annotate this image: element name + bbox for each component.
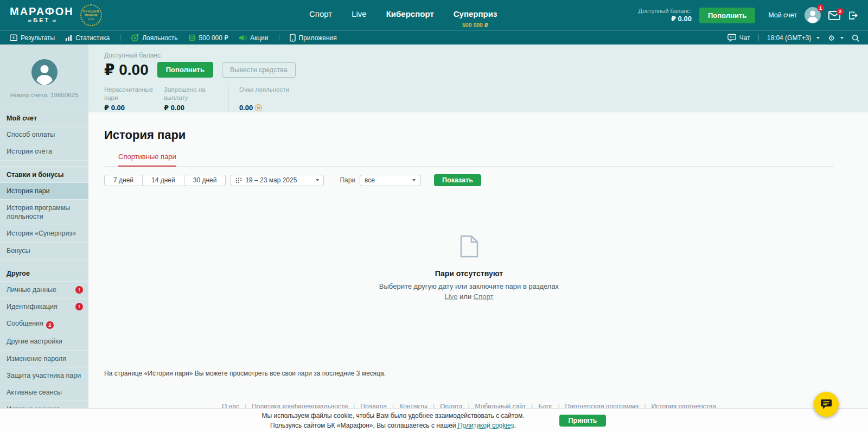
- sidebar-item-label: Изменение пароля: [7, 355, 66, 363]
- balance-panel: Доступный баланс ₽ 0.00 Пополнить Вывест…: [88, 45, 868, 112]
- stat-label: Нерассчитанные пари: [104, 86, 153, 102]
- sidebar-item[interactable]: Сообщения2: [0, 315, 88, 333]
- cookie-line1: Мы используем файлы cookie, чтобы Вам бы…: [262, 411, 525, 421]
- sidebar-item-label: Другие настройки: [7, 338, 62, 345]
- sidebar-item-label: Защита участника пари: [7, 372, 81, 379]
- settings-button[interactable]: ⚙: [828, 34, 844, 42]
- badge-year: 2024: [88, 17, 94, 21]
- caret-down-icon: [316, 179, 319, 181]
- timezone-selector[interactable]: 18:04 (GMT+3): [767, 34, 820, 42]
- cookie-banner: Мы используем файлы cookie, чтобы Вам бы…: [0, 408, 868, 432]
- gear-icon: ⚙: [828, 34, 835, 42]
- sidebar-item[interactable]: История «Суперприз»: [0, 225, 88, 242]
- sport-link[interactable]: Спорт: [474, 293, 494, 301]
- balance-stats: Нерассчитанные пари ₽ 0.00 Запрошено на …: [104, 86, 868, 113]
- period-button[interactable]: 14 дней: [143, 175, 184, 186]
- empty-state: Пари отсутствуют Выберите другую дату ил…: [104, 235, 834, 302]
- loyalty-coin-icon: M: [255, 104, 262, 111]
- support-chat-fab[interactable]: [814, 392, 839, 417]
- mail-badge: 2: [837, 8, 844, 15]
- deposit-button[interactable]: Пополнить: [699, 8, 755, 23]
- stat-unsettled-bets: Нерассчитанные пари ₽ 0.00: [104, 86, 153, 113]
- sidebar-item[interactable]: История программы лояльности: [0, 199, 88, 225]
- subnav-promotions-label: Акции: [250, 34, 269, 42]
- filters-bar: 7 дней14 дней30 дней 19 – 23 мар 2025 Па…: [104, 174, 834, 186]
- period-button[interactable]: 30 дней: [184, 175, 226, 186]
- nav-cybersport[interactable]: Киберспорт: [386, 9, 434, 19]
- subnav-jackpot[interactable]: 500 000 ₽: [188, 34, 228, 42]
- sidebar-item[interactable]: Другие настройки: [0, 333, 88, 350]
- cookie-line2-prefix: Пользуясь сайтом БК «Марафон», Вы соглаш…: [270, 422, 458, 429]
- sidebar-menu: Мой счетСпособ оплатыИстория счётаСтавки…: [0, 110, 88, 418]
- sidebar-item[interactable]: Изменение пароля: [0, 350, 88, 367]
- accept-cookies-button[interactable]: Принять: [559, 415, 607, 427]
- show-button[interactable]: Показать: [434, 174, 481, 186]
- available-balance-value: ₽ 0.00: [104, 61, 149, 79]
- chat-bubble-icon: [727, 34, 736, 42]
- sidebar: Номер счёта: 19650625 Мой счетСпособ опл…: [0, 45, 88, 432]
- date-range-value: 19 – 23 мар 2025: [245, 176, 297, 184]
- subnav-jackpot-label: 500 000 ₽: [199, 34, 228, 42]
- stat-value-text: ₽ 0.00: [164, 104, 184, 112]
- subnav-statistics-label: Статистика: [75, 34, 110, 42]
- subnav-statistics[interactable]: Статистика: [65, 34, 110, 42]
- subnav-right: Чат 18:04 (GMT+3) ⚙: [727, 34, 859, 42]
- sidebar-item[interactable]: Способ оплаты: [0, 126, 88, 143]
- sidebar-item-label: Идентификация: [7, 303, 58, 310]
- bets-filter-select[interactable]: все: [360, 175, 420, 186]
- sidebar-item[interactable]: Защита участника пари: [0, 367, 88, 384]
- nav-sport[interactable]: Спорт: [309, 9, 332, 19]
- logo[interactable]: МАРАФОН ›››БЕТ‹‹‹ ЛУЧШАЯ ЛИНИЯ 2024: [10, 4, 102, 26]
- top-header: МАРАФОН ›››БЕТ‹‹‹ ЛУЧШАЯ ЛИНИЯ 2024 Спор…: [0, 0, 868, 31]
- sidebar-item-label: Способ оплаты: [7, 131, 55, 138]
- main-nav: Спорт Live Киберспорт Суперприз 500 000 …: [309, 0, 497, 31]
- nav-live[interactable]: Live: [352, 9, 367, 19]
- search-button[interactable]: [852, 34, 859, 42]
- tab-sport-bets[interactable]: Спортивные пари: [118, 153, 176, 167]
- avatar-badge: 1: [817, 4, 824, 11]
- subnav-loyalty[interactable]: Лояльность: [131, 34, 177, 42]
- avatar[interactable]: 1: [805, 7, 821, 23]
- period-button-group: 7 дней14 дней30 дней: [104, 175, 226, 186]
- subnav-promotions[interactable]: Акции: [239, 34, 269, 42]
- date-range-select[interactable]: 19 – 23 мар 2025: [231, 175, 324, 186]
- subnav-apps[interactable]: Приложения: [290, 34, 337, 42]
- sidebar-item[interactable]: Бонусы: [0, 242, 88, 259]
- header-right: Доступный баланс: ₽ 0.00 Пополнить Мой с…: [639, 7, 858, 23]
- best-line-badge: ЛУЧШАЯ ЛИНИЯ 2024: [80, 4, 102, 26]
- cookie-policy-link[interactable]: Политикой cookies: [458, 422, 514, 429]
- sidebar-section-title: Мой счет: [0, 110, 88, 126]
- header-balance: Доступный баланс: ₽ 0.00: [639, 7, 692, 23]
- messages-button[interactable]: 2: [828, 11, 840, 20]
- notification-badge: 2: [46, 321, 54, 329]
- sidebar-item[interactable]: Идентификация!: [0, 298, 88, 315]
- withdraw-button[interactable]: Вывести средства: [222, 62, 296, 78]
- empty-line1: Выберите другую дату или заключите пари …: [379, 282, 559, 290]
- page-title: История пари: [104, 128, 834, 142]
- subnav-divider: [120, 34, 120, 41]
- sidebar-item[interactable]: Активные сеансы: [0, 384, 88, 401]
- chat-button[interactable]: Чат: [727, 34, 750, 42]
- sidebar-item[interactable]: История счёта: [0, 143, 88, 160]
- cookie-text: Мы используем файлы cookie, чтобы Вам бы…: [262, 411, 525, 430]
- logout-button[interactable]: [848, 10, 858, 21]
- balance-label: Доступный баланс:: [639, 7, 692, 15]
- account-number: Номер счёта: 19650625: [0, 92, 88, 98]
- nav-superpriz[interactable]: Суперприз 500 000 ₽: [454, 9, 497, 30]
- deposit-button-main[interactable]: Пополнить: [157, 62, 213, 78]
- megaphone-icon: [239, 34, 247, 42]
- calendar-grid-icon: [235, 177, 242, 183]
- sidebar-item[interactable]: История пари: [0, 182, 88, 199]
- sidebar-item-label: История программы лояльности: [7, 204, 70, 220]
- live-link[interactable]: Live: [445, 293, 458, 301]
- subnav-results[interactable]: Результаты: [10, 34, 55, 42]
- cookie-line2: Пользуясь сайтом БК «Марафон», Вы соглаш…: [262, 421, 525, 430]
- sidebar-item[interactable]: Личные данные!: [0, 281, 88, 298]
- bets-filter-label: Пари: [340, 176, 355, 184]
- subnav-loyalty-label: Лояльность: [142, 34, 177, 42]
- my-account-label[interactable]: Мой счет: [768, 11, 797, 19]
- subnav-divider: [758, 34, 759, 41]
- period-button[interactable]: 7 дней: [104, 175, 143, 186]
- logo-subtitle-row: ›››БЕТ‹‹‹: [10, 17, 74, 24]
- sidebar-section-title: Ставки и бонусы: [0, 166, 88, 182]
